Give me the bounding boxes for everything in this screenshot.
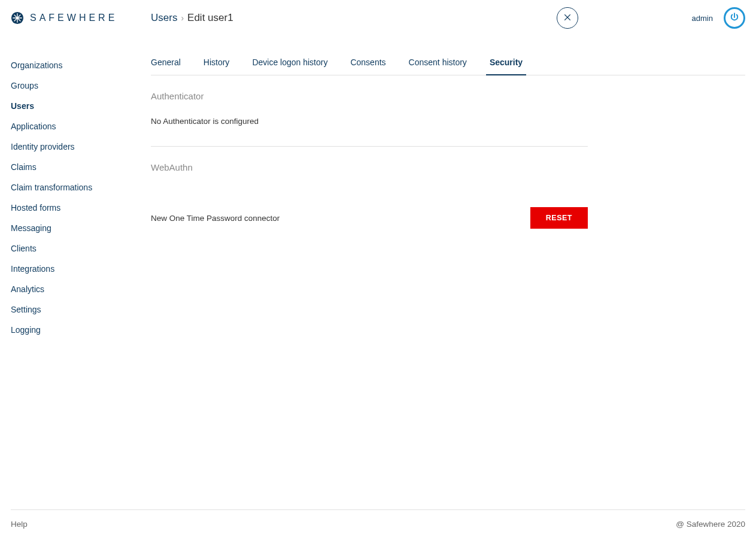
breadcrumb: Users › Edit user1: [151, 12, 557, 24]
authenticator-section-title: Authenticator: [151, 91, 588, 101]
footer: Help @ Safewhere 2020: [11, 509, 745, 537]
header-right: admin: [692, 7, 745, 29]
sidebar-item-identity-providers[interactable]: Identity providers: [11, 136, 151, 157]
sidebar-item-organizations[interactable]: Organizations: [11, 55, 151, 75]
header: SAFEWHERE Users › Edit user1 admin: [0, 0, 756, 34]
tab-bar: GeneralHistoryDevice logon historyConsen…: [151, 53, 745, 75]
webauthn-section-title: WebAuthn: [151, 162, 588, 172]
body: OrganizationsGroupsUsersApplicationsIden…: [0, 34, 756, 503]
sidebar-item-claim-transformations[interactable]: Claim transformations: [11, 177, 151, 198]
reset-button[interactable]: RESET: [530, 207, 588, 229]
svg-point-5: [16, 17, 19, 19]
sidebar-item-clients[interactable]: Clients: [11, 238, 151, 259]
power-icon: [729, 12, 740, 25]
help-link[interactable]: Help: [11, 520, 28, 529]
footer-copyright: @ Safewhere 2020: [676, 520, 745, 529]
brand-logo-icon: [11, 11, 24, 25]
main-content: GeneralHistoryDevice logon historyConsen…: [151, 34, 745, 503]
sidebar-item-applications[interactable]: Applications: [11, 116, 151, 136]
sidebar-item-settings[interactable]: Settings: [11, 299, 151, 320]
brand-name: SAFEWHERE: [30, 13, 117, 23]
close-button[interactable]: [557, 7, 578, 29]
sidebar-item-analytics[interactable]: Analytics: [11, 279, 151, 299]
sidebar-item-groups[interactable]: Groups: [11, 75, 151, 96]
tab-device-logon-history[interactable]: Device logon history: [252, 53, 327, 75]
breadcrumb-current: Edit user1: [187, 12, 233, 24]
breadcrumb-parent-link[interactable]: Users: [151, 12, 177, 24]
sidebar-item-integrations[interactable]: Integrations: [11, 259, 151, 279]
breadcrumb-separator: ›: [181, 13, 184, 23]
sidebar-item-claims[interactable]: Claims: [11, 157, 151, 177]
tab-history[interactable]: History: [204, 53, 230, 75]
sidebar-item-logging[interactable]: Logging: [11, 320, 151, 340]
sidebar: OrganizationsGroupsUsersApplicationsIden…: [11, 34, 151, 503]
tab-security[interactable]: Security: [490, 53, 523, 75]
tab-general[interactable]: General: [151, 53, 181, 75]
sidebar-item-messaging[interactable]: Messaging: [11, 218, 151, 238]
authenticator-empty-text: No Authenticator is configured: [151, 117, 588, 142]
close-icon: [563, 13, 572, 23]
webauthn-section: WebAuthn New One Time Password connector…: [151, 147, 588, 229]
tab-consents[interactable]: Consents: [350, 53, 385, 75]
sidebar-item-hosted-forms[interactable]: Hosted forms: [11, 198, 151, 218]
current-user-link[interactable]: admin: [692, 14, 713, 23]
sidebar-item-users[interactable]: Users: [11, 96, 151, 116]
tab-consent-history[interactable]: Consent history: [409, 53, 467, 75]
webauthn-item-row: New One Time Password connector RESET: [151, 188, 588, 229]
logo-area: SAFEWHERE: [11, 11, 151, 25]
webauthn-item-label: New One Time Password connector: [151, 214, 280, 223]
authenticator-section: Authenticator No Authenticator is config…: [151, 75, 588, 147]
logout-button[interactable]: [724, 7, 745, 29]
